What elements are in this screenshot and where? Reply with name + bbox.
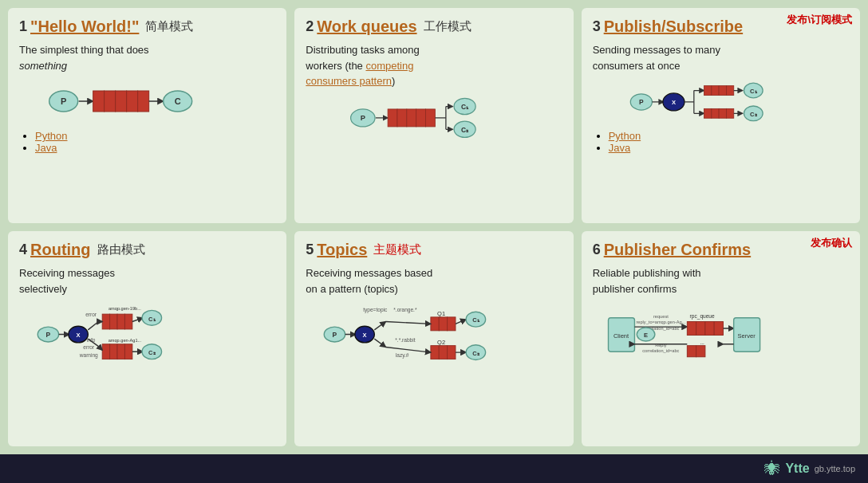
svg-rect-63 — [102, 314, 109, 329]
svg-line-95 — [386, 322, 431, 324]
svg-rect-4 — [105, 91, 116, 112]
svg-rect-118 — [714, 322, 723, 336]
card-desc-1: The simplest thing that does something — [19, 42, 275, 73]
svg-text:error: error — [83, 344, 95, 350]
main-grid: 1 "Hello World!" 简单模式 The simplest thing… — [0, 0, 868, 454]
svg-line-99 — [375, 339, 386, 347]
svg-line-68 — [132, 318, 143, 322]
card-number-1: 1 — [19, 18, 27, 35]
card-title-routing[interactable]: Routing — [30, 241, 91, 259]
svg-rect-76 — [124, 344, 132, 359]
card-subtitle-5: 主题模式 — [373, 242, 421, 257]
card-title-hello-world[interactable]: "Hello World!" — [30, 18, 139, 36]
footer-brand: Ytte — [785, 461, 809, 476]
svg-rect-48 — [726, 108, 733, 118]
link-competing[interactable]: competingconsumers pattern — [306, 60, 413, 88]
svg-rect-45 — [704, 108, 711, 118]
svg-rect-15 — [397, 108, 407, 126]
svg-text:C: C — [175, 96, 181, 106]
svg-rect-116 — [696, 322, 704, 336]
svg-rect-3 — [93, 91, 105, 112]
svg-text:rpc_queue: rpc_queue — [689, 313, 714, 320]
footer-url: gb.ytte.top — [815, 464, 855, 473]
svg-text:request: request — [653, 314, 669, 319]
svg-rect-5 — [116, 91, 127, 112]
svg-rect-46 — [711, 108, 718, 118]
tag-cn-pub-confirms: 发布确认 — [811, 236, 852, 250]
svg-text:reply_to=amqp.gen-Ag...: reply_to=amqp.gen-Ag... — [636, 320, 685, 324]
svg-text:error: error — [85, 312, 97, 317]
diagram-1: P C — [19, 80, 275, 124]
card-topics: 5 Topics 主题模式 Receiving messages based o… — [294, 231, 573, 446]
svg-text:...: ... — [700, 340, 704, 345]
svg-text:Q2: Q2 — [437, 339, 445, 346]
svg-rect-115 — [687, 322, 696, 336]
diagram-5: type=topic *.orange.* *.*.rabbit lazy.# … — [306, 303, 562, 367]
svg-rect-126 — [696, 346, 704, 357]
link-java-1[interactable]: Java — [35, 142, 57, 154]
card-desc-2: Distributing tasks among workers (the co… — [306, 42, 562, 89]
svg-text:Server: Server — [737, 332, 756, 340]
svg-text:lazy.#: lazy.# — [396, 352, 409, 359]
svg-text:X: X — [77, 332, 81, 339]
diagram-3: P X C₁ — [593, 80, 849, 124]
svg-rect-125 — [687, 346, 696, 357]
svg-rect-65 — [117, 314, 124, 329]
card-desc-4: Receiving messages selectively — [19, 265, 275, 296]
svg-text:*.orange.*: *.orange.* — [394, 307, 418, 313]
svg-rect-94 — [448, 317, 456, 331]
svg-text:C₁: C₁ — [461, 102, 469, 110]
svg-text:P: P — [361, 114, 365, 122]
svg-rect-6 — [127, 91, 138, 112]
card-desc-5: Receiving messages based on a pattern (t… — [306, 265, 562, 296]
svg-text:info: info — [87, 337, 96, 343]
svg-text:C₂: C₂ — [472, 350, 479, 357]
card-subtitle-1: 简单模式 — [145, 19, 193, 34]
svg-text:amqp.gen-Ag1...: amqp.gen-Ag1... — [108, 338, 142, 343]
svg-rect-75 — [117, 344, 124, 359]
svg-rect-39 — [719, 86, 726, 96]
svg-text:Q1: Q1 — [437, 310, 445, 317]
spider-icon: 🕷 — [764, 460, 780, 478]
svg-rect-18 — [426, 108, 436, 126]
svg-text:type=topic: type=topic — [363, 307, 388, 313]
link-python-3[interactable]: Python — [609, 130, 641, 142]
svg-text:P: P — [333, 331, 337, 339]
svg-rect-17 — [416, 108, 426, 126]
link-python-1[interactable]: Python — [35, 130, 67, 142]
card-desc-3: Sending messages to many consumers at on… — [593, 42, 849, 73]
svg-text:E: E — [644, 332, 648, 339]
svg-rect-93 — [440, 317, 448, 331]
svg-line-90 — [375, 322, 386, 330]
card-number-4: 4 — [19, 242, 27, 258]
svg-rect-101 — [431, 346, 439, 359]
card-pub-sub: 发布\订阅模式 3 Publish/Subscribe Sending mess… — [582, 8, 860, 223]
svg-text:Client: Client — [614, 332, 629, 340]
svg-text:P: P — [639, 98, 644, 106]
tag-cn-pub-sub: 发布\订阅模式 — [787, 13, 852, 27]
svg-text:C₂: C₂ — [750, 111, 757, 118]
card-desc-6: Reliable publishing with publisher confi… — [593, 265, 849, 296]
card-work-queues: 2 Work queues 工作模式 Distributing tasks am… — [294, 8, 573, 223]
svg-line-96 — [456, 320, 466, 324]
diagram-6: Client request reply_to=amqp.gen-Ag... c… — [593, 303, 849, 367]
svg-rect-73 — [102, 344, 109, 359]
card-number-3: 3 — [593, 18, 601, 35]
svg-rect-92 — [431, 317, 439, 331]
card-publisher-confirms: 发布确认 6 Publisher Confirms Reliable publi… — [582, 231, 860, 446]
svg-text:X: X — [363, 332, 367, 339]
card-subtitle-4: 路由模式 — [97, 242, 145, 257]
card-title-pub-sub[interactable]: Publish/Subscribe — [604, 18, 743, 36]
diagram-2: P C₁ C₂ — [306, 96, 562, 139]
svg-text:C₁: C₁ — [148, 316, 156, 323]
card-number-2: 2 — [306, 18, 314, 35]
card-title-topics[interactable]: Topics — [317, 241, 367, 259]
card-number-6: 6 — [593, 242, 601, 258]
svg-line-61 — [88, 322, 98, 330]
card-title-work-queues[interactable]: Work queues — [317, 18, 416, 36]
svg-rect-7 — [138, 91, 149, 112]
svg-text:Reply: Reply — [655, 343, 667, 348]
svg-rect-64 — [110, 314, 117, 329]
card-title-pub-confirms[interactable]: Publisher Confirms — [604, 241, 751, 259]
link-java-3[interactable]: Java — [609, 142, 630, 154]
